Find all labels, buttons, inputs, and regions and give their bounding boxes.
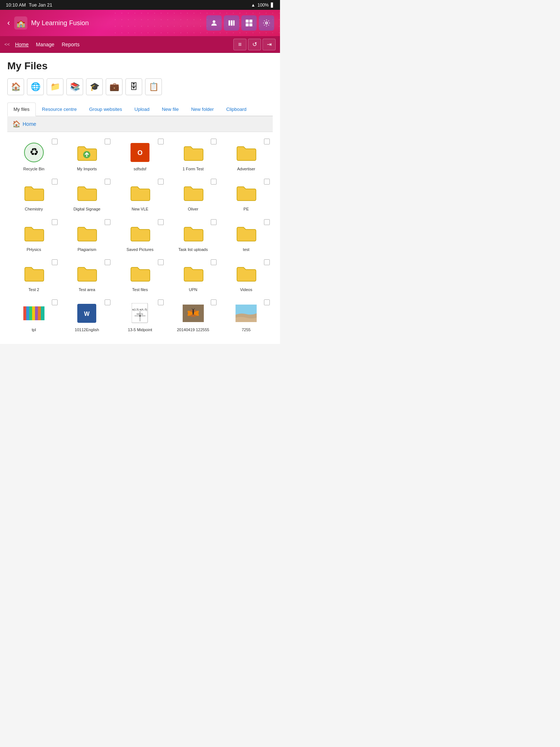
- toolbar-archive-icon[interactable]: 🗄: [125, 78, 142, 95]
- file-label: 20140419 122555: [177, 327, 209, 332]
- file-item-digital-signage[interactable]: Digital Signage: [61, 176, 114, 216]
- file-item-1-form-test[interactable]: 1 Form Test: [167, 136, 220, 176]
- file-item-sdfsdsf[interactable]: O sdfsdsf: [113, 136, 167, 176]
- file-checkbox[interactable]: [105, 259, 110, 265]
- file-item-7255[interactable]: 7255: [219, 297, 273, 337]
- file-checkbox[interactable]: [264, 259, 270, 265]
- file-item-videos[interactable]: Videos: [219, 256, 273, 297]
- svg-rect-21: [35, 306, 38, 320]
- file-checkbox[interactable]: [211, 259, 217, 265]
- nav-reports[interactable]: Reports: [62, 41, 79, 48]
- file-checkbox[interactable]: [211, 219, 217, 225]
- file-checkbox[interactable]: [158, 299, 164, 305]
- menu-button[interactable]: ≡: [233, 39, 246, 50]
- breadcrumb-home-icon: 🏠: [12, 120, 20, 128]
- refresh-button[interactable]: ↺: [248, 39, 261, 50]
- file-item-recycle-bin[interactable]: ♻ Recycle Bin: [7, 136, 61, 176]
- battery-percent: 100%: [257, 3, 269, 8]
- file-item-test[interactable]: test: [219, 216, 273, 256]
- file-checkbox[interactable]: [264, 139, 270, 144]
- file-item-pe[interactable]: PE: [219, 176, 273, 216]
- tab-new-file[interactable]: New file: [156, 102, 185, 116]
- file-checkbox[interactable]: [158, 139, 164, 144]
- nav-home[interactable]: Home: [15, 41, 28, 48]
- file-item-saved-pictures[interactable]: Saved Pictures: [113, 216, 167, 256]
- nav-manage[interactable]: Manage: [36, 41, 55, 48]
- toolbar-home-icon[interactable]: 🏠: [7, 78, 24, 95]
- nav-back-arrows[interactable]: <<: [4, 42, 10, 47]
- file-item-10112english[interactable]: W 10112English: [61, 297, 114, 337]
- file-label: Task list uploads: [178, 247, 208, 252]
- toolbar-folder-icon[interactable]: 📁: [47, 78, 63, 95]
- svg-point-36: [192, 309, 194, 315]
- svg-rect-17: [23, 306, 26, 320]
- file-checkbox[interactable]: [211, 139, 217, 144]
- file-item-plagiarism[interactable]: Plagiarism: [61, 216, 114, 256]
- app-header: ‹ 🏫 My Learning Fusion: [0, 10, 280, 36]
- file-checkbox[interactable]: [158, 219, 164, 225]
- toolbar-grad-icon[interactable]: 🎓: [86, 78, 103, 95]
- file-checkbox[interactable]: [264, 179, 270, 185]
- back-button[interactable]: ‹: [7, 18, 10, 28]
- file-checkbox[interactable]: [264, 219, 270, 225]
- nav-actions: ≡ ↺ ⇥: [233, 39, 276, 50]
- file-item-tpl[interactable]: tpl: [7, 297, 61, 337]
- file-item-upn[interactable]: UPN: [167, 256, 220, 297]
- file-item-test-area[interactable]: Test area: [61, 256, 114, 297]
- tab-upload[interactable]: Upload: [128, 102, 156, 116]
- file-checkbox[interactable]: [158, 259, 164, 265]
- toolbar-clipboard-icon[interactable]: 📋: [145, 78, 162, 95]
- toolbar-briefcase-icon[interactable]: 💼: [106, 78, 122, 95]
- svg-rect-5: [233, 20, 235, 26]
- svg-rect-37: [236, 305, 257, 315]
- books-icon-btn[interactable]: [224, 15, 239, 31]
- file-checkbox[interactable]: [105, 299, 110, 305]
- file-checkbox[interactable]: [52, 179, 58, 185]
- file-checkbox[interactable]: [158, 179, 164, 185]
- file-item-oliver[interactable]: Oliver: [167, 176, 220, 216]
- tab-clipboard[interactable]: Clipboard: [220, 102, 253, 116]
- toolbar-globe-icon[interactable]: 🌐: [27, 78, 44, 95]
- file-checkbox[interactable]: [211, 299, 217, 305]
- breadcrumb-bar[interactable]: 🏠 Home: [7, 116, 273, 132]
- file-checkbox[interactable]: [52, 259, 58, 265]
- file-item-chemistry[interactable]: Chemistry: [7, 176, 61, 216]
- file-item-physics[interactable]: PHysics: [7, 216, 61, 256]
- diagram-icon-btn[interactable]: [241, 15, 257, 31]
- svg-rect-6: [246, 20, 249, 23]
- file-item-new-vle[interactable]: New VLE: [113, 176, 167, 216]
- photo-butterfly-icon: [182, 302, 204, 324]
- file-item-advertiser[interactable]: Advertiser: [219, 136, 273, 176]
- file-item-test2[interactable]: Test 2: [7, 256, 61, 297]
- file-item-13-5-midpoint[interactable]: a(1,5) a(4,-5) M(4,5) 13-5 Midpoint: [113, 297, 167, 337]
- word-icon: W: [76, 302, 98, 324]
- file-checkbox[interactable]: [52, 139, 58, 144]
- person-icon-btn[interactable]: [206, 15, 222, 31]
- file-checkbox[interactable]: [105, 219, 110, 225]
- tab-new-folder[interactable]: New folder: [185, 102, 220, 116]
- tab-resource-centre[interactable]: Resource centre: [36, 102, 83, 116]
- status-time: 10:10 AM: [6, 2, 26, 8]
- tab-group-websites[interactable]: Group websites: [83, 102, 128, 116]
- file-label: 13-5 Midpoint: [128, 327, 152, 332]
- file-checkbox[interactable]: [105, 139, 110, 144]
- folder-icon: [129, 182, 151, 204]
- file-checkbox[interactable]: [52, 219, 58, 225]
- file-item-task-list-uploads[interactable]: Task list uploads: [167, 216, 220, 256]
- settings-icon-btn[interactable]: [259, 15, 274, 31]
- folder-icon: [235, 222, 257, 244]
- file-checkbox[interactable]: [52, 299, 58, 305]
- file-checkbox[interactable]: [264, 299, 270, 305]
- file-item-20140419[interactable]: 20140419 122555: [167, 297, 220, 337]
- folder-icon: [129, 262, 151, 284]
- logout-button[interactable]: ⇥: [262, 39, 276, 50]
- file-checkbox[interactable]: [211, 179, 217, 185]
- file-item-my-imports[interactable]: My Imports: [61, 136, 114, 176]
- math-doc-icon: a(1,5) a(4,-5) M(4,5): [129, 302, 151, 324]
- file-item-test-files[interactable]: Test files: [113, 256, 167, 297]
- svg-text:🏫: 🏫: [16, 19, 26, 28]
- app-logo: 🏫: [14, 16, 27, 30]
- toolbar-books-icon[interactable]: 📚: [66, 78, 83, 95]
- file-checkbox[interactable]: [105, 179, 110, 185]
- tab-my-files[interactable]: My files: [7, 102, 36, 116]
